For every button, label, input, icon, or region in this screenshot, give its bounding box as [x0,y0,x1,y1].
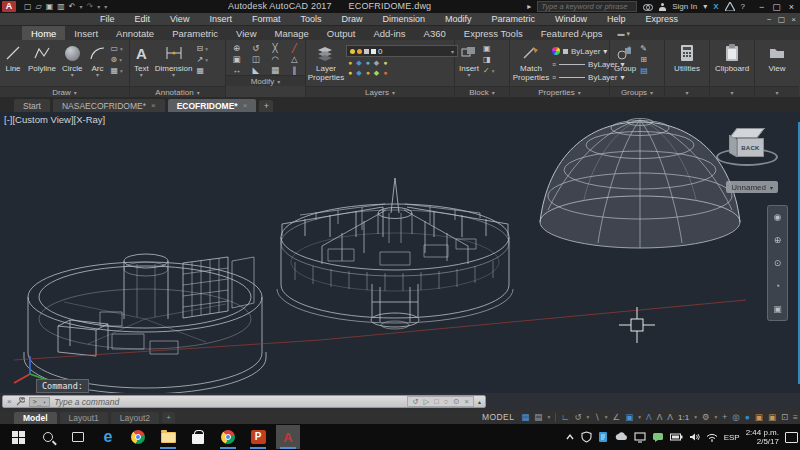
volume-icon[interactable] [689,432,700,442]
panel-title-draw[interactable]: Draw▾ [0,86,129,97]
create-block-icon[interactable]: ▣ [483,45,491,53]
linear-dimension-icon[interactable]: ⊟ [196,45,203,53]
ribbon-tab-insert[interactable]: Insert [65,26,107,40]
panel-title-groups[interactable]: Groups▾ [610,86,664,97]
utilities-button[interactable]: Utilities [672,42,702,86]
layer-tool-icon[interactable]: ● [366,69,370,77]
move-icon[interactable]: ⊕ [230,44,243,53]
undo-caret-icon[interactable]: ▾ [80,3,83,10]
viewcube-side-face[interactable] [729,135,737,157]
panel-title-layers[interactable]: Layers▾ [306,86,454,97]
hatch-tool-icon[interactable]: ⊛ [110,56,117,64]
expand-history-icon[interactable]: ▴ [478,398,481,405]
command-line[interactable]: × >_ ▾ Type a command ↺ ▷ □ ○ ⊙ × ▴ [2,395,486,408]
object-snap-icon[interactable]: ▣ [625,412,633,422]
ribbon-tab-addins[interactable]: Add-ins [364,26,414,40]
ribbon-tab-a360[interactable]: A360 [415,26,455,40]
open-file-icon[interactable]: ▱ [36,2,42,12]
ribbon-tab-express-tools[interactable]: Express Tools [455,26,532,40]
battery-icon[interactable] [670,433,683,441]
viewcube[interactable]: BACK [720,126,776,172]
insert-button[interactable]: Insert ▾ [457,42,481,86]
viewport-canvas[interactable] [0,112,800,393]
menu-draw[interactable]: Draw [331,14,372,24]
taskbar-clock[interactable]: 2:44 p.m. 2/5/17 [746,428,779,446]
explode-icon[interactable]: △ [288,55,301,64]
new-drawing-tab-button[interactable]: + [259,100,273,112]
polar-tracking-icon[interactable]: ↺ [574,412,581,422]
search-command-icon[interactable]: ⊙ [453,397,459,406]
zoom-icon[interactable]: ⊙ [774,258,782,268]
menu-insert[interactable]: Insert [199,14,242,24]
search-input[interactable] [541,2,633,11]
ortho-mode-icon[interactable]: ∟ [561,412,569,422]
stretch-icon[interactable]: ↔ [230,66,243,75]
showmotion-icon[interactable]: ▣ [773,304,782,314]
circle-button[interactable]: Circle ▾ [60,42,84,86]
annotation-visibility-icon[interactable]: Λ [646,412,652,422]
doc-restore-button[interactable]: ▢ [778,15,786,24]
rectangle-tool-icon[interactable]: ▭ [110,45,118,53]
menu-file[interactable]: File [90,14,125,24]
group-edit-icon[interactable]: ⊞ [640,56,647,64]
panel-title-modify[interactable]: Modify▾ [226,75,305,86]
plot-icon[interactable]: ▥ [57,2,65,12]
taskbar-file-explorer[interactable] [156,425,180,449]
close-history-icon[interactable]: × [465,397,469,406]
menu-view[interactable]: View [160,14,199,24]
save-icon[interactable]: ▣ [46,2,54,12]
viewcube-view-name[interactable]: Unnamed ▾ [726,181,778,193]
search-icon[interactable] [643,3,653,11]
display-settings-icon[interactable] [634,432,646,443]
menu-tools[interactable]: Tools [290,14,331,24]
annotation-autoscale-icon[interactable]: Λ [657,412,663,422]
clean-screen-icon[interactable]: ⊡ [781,412,788,422]
osnap-caret-icon[interactable]: ▾ [638,414,641,420]
menu-express[interactable]: Express [636,14,689,24]
menu-window[interactable]: Window [545,14,597,24]
match-properties-button[interactable]: Match Properties [512,42,550,86]
stop-icon[interactable]: □ [434,397,439,406]
viewport-visual-style-control[interactable]: [X-Ray] [74,114,106,125]
viewport-view-control[interactable]: [Custom View] [12,114,73,125]
file-tab-nasaecofridome[interactable]: NASAECOFRIDOME* × [53,99,165,112]
new-layout-button[interactable]: + [162,412,175,423]
pin-icon[interactable]: ▸ [527,2,531,11]
workspace-caret-icon[interactable]: ▾ [715,414,718,420]
command-close-icon[interactable]: × [7,397,12,407]
command-prompt-chip[interactable]: >_ ▾ [29,397,50,407]
panel-title-view[interactable]: ▾ [755,86,799,97]
view-button[interactable]: View [766,42,787,86]
leader-icon[interactable]: ↗ [196,56,203,64]
wifi-icon[interactable] [706,433,718,442]
arc-caret-icon[interactable]: ▾ [96,73,99,78]
ribbon-tab-manage[interactable]: Manage [266,26,318,40]
redo-icon[interactable]: ↷ [87,2,94,12]
ribbon-tab-featured-apps[interactable]: Featured Apps [532,26,612,40]
ribbon-tab-view[interactable]: View [227,26,265,40]
close-button[interactable]: × [789,1,794,13]
viewport-menu-control[interactable]: [-] [4,114,12,125]
ribbon-tab-home[interactable]: Home [22,26,65,40]
undo-icon[interactable]: ↶ [69,2,76,12]
layer-tool-icon[interactable]: ● [348,69,352,77]
fillet-icon[interactable]: ◠ [269,55,282,64]
taskbar-autocad[interactable]: A [276,425,300,449]
a360-icon[interactable] [725,2,735,11]
file-tab-start[interactable]: Start [14,99,50,112]
rotate-icon[interactable]: ↺ [249,44,262,53]
language-indicator[interactable]: ESP [724,433,740,442]
taskbar-powerpoint[interactable]: P [246,425,270,449]
record-icon[interactable]: ○ [444,397,449,406]
orbit-icon[interactable]: ◔ [775,281,780,291]
layer-tool-icon[interactable]: ● [348,59,352,67]
mirror-icon[interactable]: ◫ [249,55,262,64]
layer-tool-icon[interactable]: ◆ [374,59,379,67]
model-space-indicator[interactable]: MODEL [482,412,514,422]
menu-format[interactable]: Format [242,14,291,24]
menu-help[interactable]: Help [597,14,636,24]
group-selection-icon[interactable]: ▤ [640,67,648,75]
snap-caret-icon[interactable]: ▾ [547,414,550,420]
object-snap-tracking-icon[interactable]: ∠ [613,412,621,422]
erase-icon[interactable]: ╱ [288,44,301,53]
